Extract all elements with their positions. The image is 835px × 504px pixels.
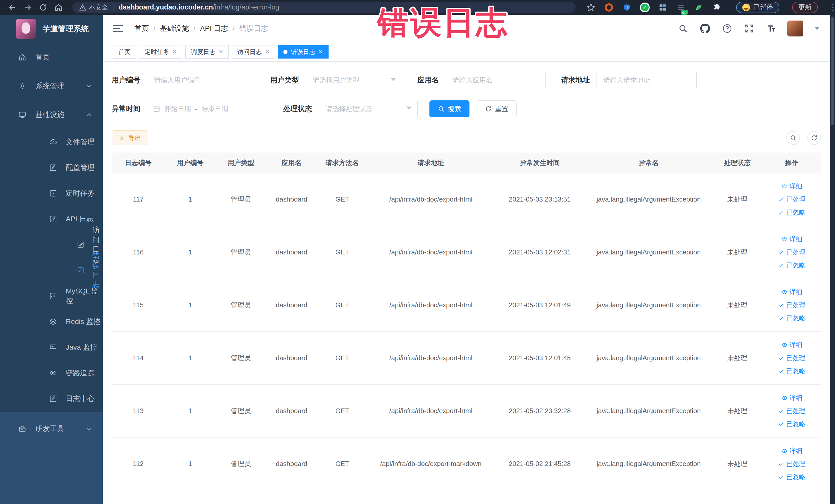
sidebar-item-mysql[interactable]: MySQL 监控 (0, 283, 103, 309)
collapse-menu-icon[interactable] (113, 23, 124, 34)
back-icon[interactable] (5, 2, 20, 13)
status-select[interactable] (319, 100, 418, 118)
tab-access-log[interactable]: 访问日志✕ (232, 45, 275, 59)
table-row[interactable]: 114 1 管理员 dashboard GET /api/infra/db-do… (111, 332, 821, 385)
mark-processed-link[interactable]: 已处理 (778, 195, 806, 204)
mark-processed-link[interactable]: 已处理 (778, 460, 806, 468)
detail-link[interactable]: 详细 (781, 288, 802, 296)
extension-orange-icon[interactable] (604, 2, 614, 13)
sidebar-item-system[interactable]: 系统管理 (0, 72, 103, 100)
app-logo[interactable]: 芋道管理系统 (0, 15, 103, 43)
help-icon[interactable] (721, 22, 733, 35)
sidebar-item-config[interactable]: 配置管理 (0, 155, 103, 181)
forward-icon[interactable] (20, 2, 36, 13)
search-button[interactable]: 搜索 (429, 100, 469, 117)
table-toolbar: 导出 (111, 130, 821, 145)
reload-icon[interactable] (36, 2, 51, 13)
mark-ignored-link[interactable]: 已忽略 (778, 473, 806, 481)
bookmark-star-icon[interactable] (586, 2, 596, 13)
mark-ignored-link[interactable]: 已忽略 (778, 261, 806, 269)
mark-ignored-link[interactable]: 已忽略 (778, 314, 806, 322)
reset-button[interactable]: 重置 (477, 100, 517, 117)
request-url-input[interactable] (596, 71, 697, 89)
mark-processed-link[interactable]: 已处理 (778, 248, 806, 257)
mark-processed-link[interactable]: 已处理 (778, 301, 806, 309)
sidebar-item-devtools[interactable]: 研发工具 (0, 411, 103, 446)
export-button[interactable]: 导出 (111, 130, 148, 145)
detail-link[interactable]: 详细 (781, 446, 802, 455)
extension-grid-icon[interactable] (658, 2, 668, 13)
table-row[interactable]: 116 1 管理员 dashboard GET /api/infra/db-do… (111, 226, 821, 279)
exception-time-range-picker[interactable]: 开始日期 - 结束日期 (147, 100, 269, 118)
table-row[interactable]: 117 1 管理员 dashboard GET /api/infra/db-do… (111, 173, 821, 226)
table-row[interactable]: 112 1 管理员 dashboard GET /api/infra/db-do… (111, 438, 821, 490)
user-id-cell: 1 (165, 407, 216, 415)
extension-green-check-icon[interactable]: ✓ (640, 2, 650, 13)
sidebar-item-job[interactable]: 定时任务 (0, 181, 103, 206)
detail-link[interactable]: 详细 (781, 394, 802, 402)
sidebar-item-infra[interactable]: 基础设施 (0, 100, 103, 129)
tab-home[interactable]: 首页 (113, 45, 136, 59)
home-icon[interactable] (51, 2, 66, 13)
log-id-cell: 113 (111, 407, 165, 415)
avatar-caret-icon[interactable] (814, 27, 820, 30)
tab-job-log[interactable]: 调度日志✕ (185, 45, 228, 59)
font-size-icon[interactable] (765, 22, 777, 35)
close-icon[interactable]: ✕ (318, 48, 323, 55)
extension-leaf-icon[interactable] (694, 2, 704, 13)
breadcrumb-home[interactable]: 首页 (135, 24, 149, 33)
update-pill[interactable]: 更新 (792, 2, 818, 13)
browser-menu-icon[interactable]: ⋮ (829, 3, 835, 12)
gear-icon (19, 82, 26, 90)
page-scrollbar[interactable] (830, 15, 835, 504)
table-row[interactable]: 113 1 管理员 dashboard GET /api/infra/db-do… (111, 385, 821, 438)
profile-paused-pill[interactable]: 已暂停 (736, 2, 779, 13)
toggle-search-button[interactable] (787, 131, 800, 144)
breadcrumb-infra[interactable]: 基础设施 (160, 24, 189, 33)
exception-cell: java.lang.IllegalArgumentException (585, 460, 712, 468)
breadcrumb-apilog[interactable]: API 日志 (200, 24, 228, 33)
sidebar-item-redis[interactable]: Redis 监控 (0, 309, 103, 335)
avatar[interactable] (787, 21, 803, 37)
sidebar-item-apilog[interactable]: API 日志 (0, 206, 103, 232)
sidebar-item-logcenter[interactable]: 日志中心 (0, 386, 103, 411)
mark-ignored-link[interactable]: 已忽略 (778, 420, 806, 428)
extensions-zone: ✓ on 已暂停 更新 ⋮ (586, 2, 830, 13)
chevron-down-icon (406, 106, 412, 110)
sidebar-item-file[interactable]: 文件管理 (0, 129, 103, 155)
scrollbar-thumb[interactable] (831, 17, 834, 125)
fullscreen-icon[interactable] (743, 22, 755, 35)
tab-label: 调度日志 (191, 48, 216, 56)
method-cell: GET (317, 248, 368, 256)
sidebar-item-accesslog[interactable]: 访问日志 (0, 232, 103, 258)
detail-link[interactable]: 详细 (781, 235, 802, 243)
github-icon[interactable] (699, 22, 711, 35)
mark-ignored-link[interactable]: 已忽略 (778, 367, 806, 375)
tab-error-log[interactable]: 错误日志✕ (278, 45, 328, 59)
mark-processed-link[interactable]: 已处理 (778, 407, 806, 415)
extension-on-badge-icon[interactable]: on (676, 2, 686, 13)
search-icon[interactable] (677, 22, 689, 35)
detail-link[interactable]: 详细 (781, 182, 802, 190)
mark-ignored-link[interactable]: 已忽略 (778, 208, 806, 217)
extensions-puzzle-icon[interactable] (712, 2, 722, 13)
tab-job[interactable]: 定时任务✕ (139, 45, 182, 59)
close-icon[interactable]: ✕ (172, 48, 177, 55)
url-cell: /api/infra/db-doc/export-markdown (368, 460, 494, 468)
app-name-input[interactable] (446, 71, 546, 89)
detail-link[interactable]: 详细 (781, 341, 802, 349)
extension-shield-icon[interactable] (622, 2, 632, 13)
close-icon[interactable]: ✕ (219, 48, 223, 55)
refresh-icon (811, 135, 817, 141)
refresh-table-button[interactable] (808, 131, 821, 144)
sidebar-item-trace[interactable]: 链路追踪 (0, 360, 103, 386)
close-icon[interactable]: ✕ (265, 48, 269, 55)
table-row[interactable]: 115 1 管理员 dashboard GET /api/infra/db-do… (111, 279, 821, 332)
sidebar-item-errorlog[interactable]: 错误日志 (0, 258, 103, 283)
mark-processed-link[interactable]: 已处理 (778, 354, 806, 362)
sidebar-item-java[interactable]: Java 监控 (0, 335, 103, 360)
layers-icon (49, 318, 57, 326)
user-type-select[interactable] (306, 71, 402, 89)
sidebar-item-home[interactable]: 首页 (0, 43, 103, 72)
user-id-input[interactable] (147, 71, 255, 89)
